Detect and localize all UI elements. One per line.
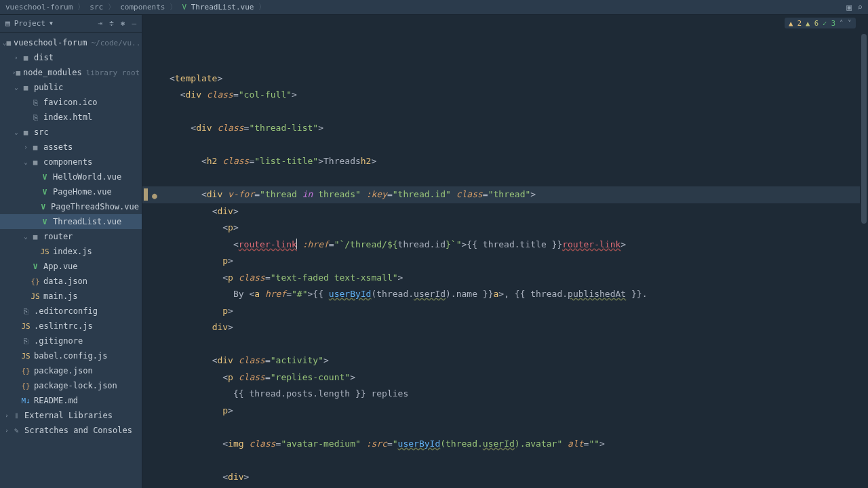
code-line[interactable]: <div class="col-full"> xyxy=(156,87,868,104)
breadcrumb-segment[interactable]: components xyxy=(120,3,165,12)
tree-item[interactable]: ⎘favicon.ico xyxy=(0,95,142,110)
code-line[interactable]: <div class="activity"> xyxy=(156,352,868,369)
cfg-icon: ⎘ xyxy=(20,337,31,346)
select-opened-file-icon[interactable]: ⇥ xyxy=(98,19,103,28)
tree-item[interactable]: ⌄■public xyxy=(0,80,142,95)
project-view-selector[interactable]: ▤ Project ▼ xyxy=(5,19,53,28)
scratch-icon: ✎ xyxy=(11,426,22,435)
cfg-icon: ⎘ xyxy=(30,113,41,122)
tree-item[interactable]: VThreadList.vue xyxy=(0,214,142,229)
tree-item[interactable]: {}package-lock.json xyxy=(0,378,142,393)
breadcrumb-bar: vueschool-forum〉src〉components〉V ThreadL… xyxy=(0,0,868,15)
search-everywhere-icon[interactable]: ⌕ xyxy=(857,2,863,12)
code-line[interactable] xyxy=(156,170,868,187)
tree-item[interactable]: {}data.json xyxy=(0,274,142,289)
code-line[interactable]: div> xyxy=(156,319,868,336)
editor[interactable]: ▲ 2 ▲ 6 ✓ 3 ˄ ˅ ● <template> <div class=… xyxy=(142,15,868,488)
code-line[interactable] xyxy=(156,336,868,353)
code-line[interactable]: <div v-for="thread in threads" :key="thr… xyxy=(156,186,868,203)
code-line[interactable] xyxy=(156,104,868,121)
code-line[interactable]: <router-link :href="`/thread/${thread.id… xyxy=(156,237,868,253)
folder-icon: ■ xyxy=(20,83,31,92)
layout-icon[interactable]: ▣ xyxy=(846,2,852,12)
tree-item[interactable]: ›■node_moduleslibrary root xyxy=(0,65,142,80)
code-line[interactable]: <div> xyxy=(156,469,868,486)
tree-item[interactable]: ›■assets xyxy=(0,140,142,155)
folder-icon: ■ xyxy=(20,54,31,62)
code-line[interactable]: <p class="text-faded text-xsmall"> xyxy=(156,270,868,287)
vue-icon: V xyxy=(39,173,50,182)
code-line[interactable]: <div> xyxy=(156,203,868,220)
code-line[interactable]: <div class="thread-list"> xyxy=(156,120,868,137)
json-icon: {} xyxy=(20,367,31,375)
tree-item[interactable]: ⌄■src xyxy=(0,125,142,140)
tree-item[interactable]: JSindex.js xyxy=(0,244,142,259)
tree-item[interactable]: {}package.json xyxy=(0,363,142,378)
tree-item[interactable]: ⌄■router xyxy=(0,229,142,244)
breadcrumb-path[interactable]: vueschool-forum〉src〉components〉V ThreadL… xyxy=(5,2,268,12)
tree-item[interactable]: ›✎Scratches and Consoles xyxy=(0,423,142,438)
code-line[interactable]: <template> xyxy=(156,70,868,87)
code-line[interactable]: <p> xyxy=(156,220,868,237)
code-line[interactable] xyxy=(156,452,868,469)
json-icon: {} xyxy=(20,382,31,390)
settings-icon[interactable]: ✱ xyxy=(121,19,125,28)
tree-item[interactable]: M↓README.md xyxy=(0,393,142,408)
js-icon: JS xyxy=(30,292,41,301)
vue-icon: V xyxy=(39,203,48,211)
code-line[interactable]: <p class="replies-count"> xyxy=(156,369,868,386)
cfg-icon: ⎘ xyxy=(20,307,31,316)
folder-icon: ■ xyxy=(30,143,41,152)
project-tool-window: ▤ Project ▼ ⇥ ≑ ✱ — ⌄■vueschool-forum~/c… xyxy=(0,15,142,488)
code-line[interactable]: {{ thread.posts.length }} replies xyxy=(156,386,868,403)
tree-item[interactable]: ⎘.gitignore xyxy=(0,333,142,348)
js-icon: JS xyxy=(20,322,31,331)
tree-item[interactable]: ⌄■components xyxy=(0,155,142,169)
tree-item[interactable]: VPageHome.vue xyxy=(0,184,142,199)
cfg-icon: ⎘ xyxy=(30,98,41,107)
expand-all-icon[interactable]: ≑ xyxy=(109,19,114,28)
tree-item[interactable]: JSbabel.config.js xyxy=(0,348,142,363)
tree-item[interactable]: VHelloWorld.vue xyxy=(0,169,142,184)
tree-item[interactable]: VPageThreadShow.vue xyxy=(0,199,142,214)
vue-icon: V xyxy=(39,218,50,226)
tree-item[interactable]: ⎘index.html xyxy=(0,110,142,125)
breadcrumb-segment[interactable]: V ThreadList.vue xyxy=(182,3,254,12)
tree-item[interactable]: VApp.vue xyxy=(0,259,142,274)
code-line[interactable]: p> xyxy=(156,303,868,320)
js-icon: JS xyxy=(39,247,50,256)
tree-item[interactable]: ⌄■vueschool-forum~/code/vu... xyxy=(0,35,142,50)
folder-icon: ■ xyxy=(30,158,41,167)
breadcrumb-segment[interactable]: src xyxy=(90,3,103,12)
tree-item[interactable]: JSmain.js xyxy=(0,289,142,304)
code-line[interactable]: <h2 class="list-title">Threadsh2> xyxy=(156,153,868,170)
vue-icon: V xyxy=(30,262,41,271)
code-line[interactable]: <p class="text-xsmall"> xyxy=(156,485,868,488)
code-line[interactable] xyxy=(156,137,868,154)
tree-item[interactable]: ⎘.editorconfig xyxy=(0,304,142,319)
code-line[interactable]: p> xyxy=(156,253,868,270)
vue-icon: V xyxy=(39,188,50,197)
tree-item[interactable]: ›⫴External Libraries xyxy=(0,408,142,423)
code-line[interactable]: p> xyxy=(156,403,868,420)
tree-item[interactable]: ›■dist xyxy=(0,50,142,65)
hide-icon[interactable]: — xyxy=(132,19,136,28)
code-line[interactable]: By <a href="#">{{ userById(thread.userId… xyxy=(156,286,868,303)
md-icon: M↓ xyxy=(20,396,31,405)
folder-icon: ■ xyxy=(20,128,31,137)
folder-icon: ■ xyxy=(6,39,11,47)
folder-icon: ■ xyxy=(16,68,20,77)
code-line[interactable] xyxy=(156,419,868,436)
code-line[interactable]: <img class="avatar-medium" :src="userByI… xyxy=(156,436,868,453)
tree-item[interactable]: JS.eslintrc.js xyxy=(0,319,142,333)
editor-scrollbar[interactable] xyxy=(861,34,867,224)
lib-icon: ⫴ xyxy=(11,411,22,420)
project-tree[interactable]: ⌄■vueschool-forum~/code/vu...›■dist›■nod… xyxy=(0,33,142,488)
json-icon: {} xyxy=(30,277,41,286)
breadcrumb-segment[interactable]: vueschool-forum xyxy=(5,3,73,12)
folder-icon: ■ xyxy=(30,232,41,241)
js-icon: JS xyxy=(20,352,31,361)
